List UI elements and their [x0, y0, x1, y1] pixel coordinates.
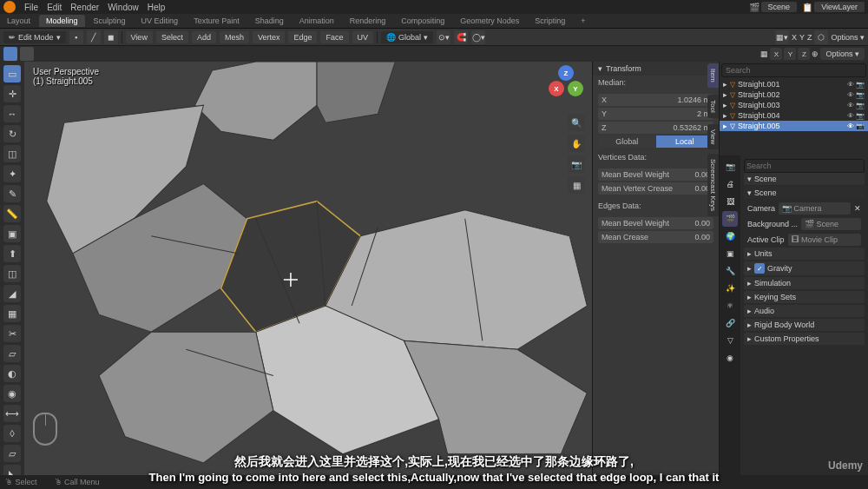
gizmo-y-icon[interactable]: Y	[568, 81, 583, 96]
tab-compositing[interactable]: Compositing	[394, 15, 451, 27]
cursor-tool[interactable]: ✛	[3, 85, 21, 102]
clear-icon[interactable]: ✕	[854, 204, 861, 213]
select-mode-icon[interactable]	[20, 47, 34, 61]
poly-build-tool[interactable]: ▱	[3, 345, 21, 362]
zoom-icon[interactable]: 🔍	[568, 114, 585, 131]
orientation-gizmo[interactable]: X Y Z	[549, 69, 583, 103]
snap-icon[interactable]: 🧲	[454, 30, 468, 44]
prop-tab-material-icon[interactable]: ◉	[722, 350, 738, 366]
gizmo-z-icon[interactable]: Z	[558, 65, 574, 81]
gizmo-x-icon[interactable]: X	[549, 81, 564, 96]
menu-add[interactable]: Add	[192, 31, 216, 43]
prop-tab-physics-icon[interactable]: ⚛	[722, 298, 738, 314]
prop-tab-viewlayer-icon[interactable]: 🖼	[722, 194, 738, 209]
transform-z[interactable]: Z0.53262 m	[598, 122, 713, 134]
bevel-weight[interactable]: Mean Bevel Weight0.00	[598, 169, 713, 181]
menu-face[interactable]: Face	[320, 31, 348, 43]
side-tab-item[interactable]: Item	[707, 63, 719, 88]
viewlayer-selector[interactable]: ViewLayer	[814, 2, 865, 12]
tab-rendering[interactable]: Rendering	[343, 15, 393, 27]
mode-selector[interactable]: ✏ Edit Mode ▾	[3, 31, 66, 43]
panel-audio[interactable]: ▸ Audio	[744, 305, 865, 317]
panel-custom[interactable]: ▸ Custom Properties	[744, 333, 865, 345]
menu-render[interactable]: Render	[70, 3, 99, 12]
outliner-item[interactable]: ▸▽Straight.001👁 📷	[720, 79, 868, 89]
tab-geometry-nodes[interactable]: Geometry Nodes	[453, 15, 526, 27]
measure-tool[interactable]: 📏	[3, 205, 21, 222]
edge-slide-tool[interactable]: ⟷	[3, 405, 21, 422]
transform-header[interactable]: ▾ Transform	[593, 62, 719, 76]
outliner-item[interactable]: ▸▽Straight.003👁 📷	[720, 100, 868, 110]
annotate-tool[interactable]: ✎	[3, 185, 21, 202]
scene-selector[interactable]: Scene	[761, 2, 798, 12]
orientation-selector[interactable]: 🌐 Global ▾	[381, 31, 433, 43]
transform-tool[interactable]: ✦	[3, 165, 21, 182]
3d-viewport[interactable]: User Perspective (1) Straight.005 X Y Z …	[24, 62, 592, 489]
menu-edit[interactable]: Edit	[47, 3, 62, 12]
view-x[interactable]: X	[770, 48, 782, 60]
view-y[interactable]: Y	[784, 48, 796, 60]
pivot-icon[interactable]: ⊙▾	[437, 30, 450, 44]
tab-sculpting[interactable]: Sculpting	[87, 15, 133, 27]
transform-x[interactable]: X1.0246 m	[598, 94, 713, 106]
bevel-tool[interactable]: ◢	[3, 285, 21, 302]
editor-type-icon[interactable]	[3, 47, 17, 61]
spin-tool[interactable]: ◐	[3, 365, 21, 382]
tab-texture-paint[interactable]: Texture Paint	[187, 15, 247, 27]
panel-scene2[interactable]: ▾ Scene	[744, 187, 865, 199]
space-global[interactable]: Global	[598, 135, 656, 148]
options2[interactable]: Options ▾	[820, 48, 865, 60]
clip-field[interactable]: 🎞 Movie Clip	[788, 234, 861, 246]
inset-tool[interactable]: ◫	[3, 265, 21, 282]
smooth-tool[interactable]: ◉	[3, 385, 21, 402]
mirror-y[interactable]: Y	[799, 33, 805, 42]
menu-window[interactable]: Window	[108, 3, 139, 12]
panel-keying[interactable]: ▸ Keying Sets	[744, 291, 865, 303]
mirror-z[interactable]: Z	[807, 33, 812, 42]
persp-icon[interactable]: ▦	[568, 176, 585, 194]
outliner-search[interactable]	[721, 63, 866, 77]
vertex-select-mode[interactable]: ▪	[69, 30, 83, 44]
outliner-item[interactable]: ▸▽Straight.002👁 📷	[720, 89, 868, 100]
proportional-icon[interactable]: ◯▾	[471, 30, 485, 44]
edge-select-mode[interactable]: ╱	[87, 30, 101, 44]
select-box-tool[interactable]: ▭	[3, 65, 21, 83]
view-z[interactable]: Z	[798, 48, 810, 60]
add-cube-tool[interactable]: ▣	[3, 225, 21, 242]
panel-units[interactable]: ▸ Units	[744, 248, 865, 260]
menu-vertex[interactable]: Vertex	[253, 31, 286, 43]
gravity-checkbox[interactable]: ✓	[754, 263, 765, 274]
camera-field[interactable]: 📷 Camera	[779, 202, 851, 215]
vertex-crease[interactable]: Mean Vertex Crease0.00	[598, 182, 713, 195]
tab-scripting[interactable]: Scripting	[528, 15, 572, 27]
prop-tab-render-icon[interactable]: 📷	[722, 159, 738, 175]
transform-y[interactable]: Y2 m	[598, 108, 713, 120]
outliner-item[interactable]: ▸▽Straight.004👁 📷	[720, 110, 868, 121]
bg-field[interactable]: 🎬 Scene	[801, 218, 861, 230]
overlays-icon[interactable]: ⊕	[812, 50, 819, 58]
pan-icon[interactable]: ✋	[568, 135, 585, 152]
menu-edge[interactable]: Edge	[288, 31, 317, 43]
gizmo-toggle-icon[interactable]: ▦	[760, 50, 768, 58]
scale-tool[interactable]: ◫	[3, 145, 21, 162]
prop-tab-particle-icon[interactable]: ✨	[722, 281, 738, 296]
panel-rigidbody[interactable]: ▸ Rigid Body World	[744, 319, 865, 331]
outliner-item[interactable]: ▸▽Straight.005👁 📷	[720, 121, 868, 131]
menu-uv[interactable]: UV	[352, 31, 374, 43]
rotate-tool[interactable]: ↻	[3, 125, 21, 142]
camera-icon[interactable]: 📷	[568, 155, 585, 173]
side-tab-screencast[interactable]: Screencast Keys	[707, 154, 719, 216]
space-local[interactable]: Local	[656, 135, 714, 148]
prop-tab-world-icon[interactable]: 🌍	[722, 228, 738, 244]
prop-tab-constraint-icon[interactable]: 🔗	[722, 315, 738, 331]
edge-bevel-weight[interactable]: Mean Bevel Weight0.00	[598, 217, 713, 229]
mirror-x[interactable]: X	[792, 33, 797, 42]
extrude-tool[interactable]: ⬆	[3, 245, 21, 262]
menu-help[interactable]: Help	[148, 3, 166, 12]
knife-tool[interactable]: ✂	[3, 325, 21, 342]
tab-shading[interactable]: Shading	[248, 15, 291, 27]
tab-layout[interactable]: Layout	[0, 15, 37, 27]
auto-merge-icon[interactable]: ⬡	[814, 30, 828, 44]
face-select-mode[interactable]: ◼	[104, 30, 118, 44]
panel-scene[interactable]: ▾ Scene	[744, 173, 865, 185]
